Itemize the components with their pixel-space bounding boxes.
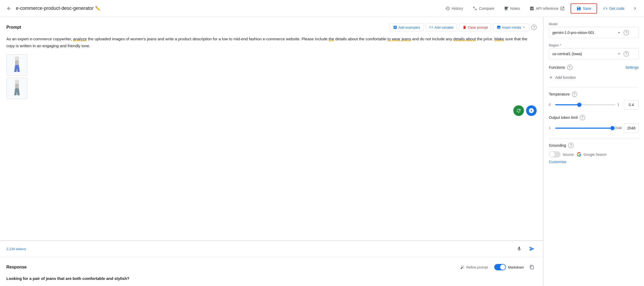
response-actions: Refine prompt ✓ Markdown (457, 262, 537, 272)
model-select[interactable]: gemini-1.0-pro-vision-001 ? (549, 27, 639, 38)
google-logo-icon (577, 152, 581, 157)
output-token-title: Output token limit (549, 115, 578, 120)
prompt-actions: Add examples Add variable Clear prompt I… (390, 23, 537, 31)
refine-prompt-button[interactable]: Refine prompt (457, 263, 491, 271)
grounding-row: Source: Google Search (549, 151, 639, 158)
model-value: gemini-1.0-pro-vision-001 (552, 31, 594, 35)
right-panel: Model gemini-1.0-pro-vision-001 ? Region… (543, 17, 644, 286)
temperature-min: 0 (549, 103, 553, 107)
edit-icon[interactable]: ✏️ (95, 6, 100, 11)
svg-point-2 (15, 80, 19, 84)
svg-rect-3 (15, 84, 19, 89)
project-name: e-commerce-product-desc-generator ✏️ (16, 6, 100, 11)
model-field-group: Model gemini-1.0-pro-vision-001 ? (549, 22, 639, 38)
grounding-section: Grounding ? Source: Google Search Custom… (549, 143, 639, 164)
add-examples-button[interactable]: Add examples (390, 23, 424, 31)
region-value: us-central1 (Iowa) (552, 52, 582, 56)
output-token-max: 2048 (615, 126, 622, 130)
markdown-toggle[interactable]: ✓ (494, 264, 506, 270)
grounding-help-icon[interactable]: ? (568, 143, 574, 148)
api-reference-button[interactable]: API reference (526, 4, 569, 13)
prompt-title: Prompt (6, 25, 21, 30)
grounding-header: Grounding ? (549, 143, 639, 148)
output-token-slider[interactable] (555, 128, 612, 129)
output-token-slider-row: 1 2048 2048 (549, 123, 639, 133)
response-title: Response (6, 265, 27, 270)
expand-button[interactable] (630, 4, 640, 13)
functions-header: Functions ? Settings (549, 65, 639, 70)
response-header: Response Refine prompt ✓ (6, 262, 537, 272)
model-help-icon[interactable]: ? (624, 30, 629, 35)
temperature-header: Temperature ? (549, 92, 639, 97)
markdown-label: Markdown (508, 265, 524, 269)
functions-section: Functions ? Settings Add function (549, 65, 639, 82)
region-help-icon[interactable]: ? (624, 51, 629, 57)
prompt-text: As an expert e-commerce copywriter, anal… (6, 36, 537, 49)
mic-button[interactable] (514, 244, 524, 254)
copy-button[interactable] (527, 262, 537, 272)
temperature-slider[interactable] (555, 104, 615, 105)
response-text: Looking for a pair of jeans that are bot… (6, 276, 537, 281)
output-token-help-icon[interactable]: ? (580, 115, 585, 120)
source-label: Source: (563, 153, 575, 157)
compare-button[interactable]: Compare (469, 4, 498, 13)
markdown-toggle-container: ✓ Markdown (494, 264, 524, 270)
temperature-title: Temperature (549, 92, 570, 96)
tokens-label: 2,134 tokens (6, 247, 26, 251)
image-thumb-1[interactable] (6, 54, 28, 76)
temperature-fill (555, 104, 579, 105)
images-container (6, 54, 537, 99)
model-label: Model (549, 22, 639, 26)
prompt-header: Prompt Add examples Add variable Clear p… (6, 23, 537, 31)
add-function-button[interactable]: Add function (549, 73, 576, 82)
settings-link[interactable]: Settings (625, 65, 639, 70)
top-nav: e-commerce-product-desc-generator ✏️ His… (0, 0, 644, 17)
response-section: Response Refine prompt ✓ (0, 257, 543, 286)
functions-help-icon[interactable]: ? (567, 65, 572, 70)
temperature-slider-row: 0 1 0.4 (549, 100, 639, 110)
left-panel: Prompt Add examples Add variable Clear p… (0, 17, 543, 286)
grounding-toggle[interactable] (549, 151, 561, 158)
svg-point-0 (15, 56, 19, 61)
prompt-section: Prompt Add examples Add variable Clear p… (0, 17, 543, 241)
back-button[interactable] (4, 4, 14, 13)
main-layout: Prompt Add examples Add variable Clear p… (0, 17, 644, 286)
get-code-button[interactable]: Get code (599, 4, 628, 13)
region-label: Region (549, 44, 639, 47)
temperature-help-icon[interactable]: ? (572, 92, 577, 97)
region-field-group: Region us-central1 (Iowa) ? (549, 44, 639, 59)
temperature-max: 1 (617, 103, 622, 107)
grounding-title: Grounding (549, 143, 566, 148)
region-select[interactable]: us-central1 (Iowa) ? (549, 48, 639, 59)
refresh-button[interactable] (513, 105, 524, 116)
input-area: 2,134 tokens (0, 241, 543, 257)
history-button[interactable]: History (442, 4, 467, 13)
add-variable-button[interactable]: Add variable (426, 23, 457, 31)
clear-prompt-button[interactable]: Clear prompt (459, 23, 491, 31)
send-button[interactable] (527, 244, 537, 254)
output-token-thumb[interactable] (610, 126, 615, 130)
prompt-help-icon[interactable]: ? (531, 25, 537, 30)
google-search-label: Google Search (584, 153, 607, 157)
gemini-button[interactable] (526, 105, 537, 116)
prompt-bottom (6, 105, 537, 116)
save-button[interactable]: Save (571, 3, 597, 14)
grounding-toggle-knob (549, 152, 555, 157)
functions-title: Functions (549, 65, 565, 70)
temperature-section: Temperature ? 0 1 0.4 (549, 92, 639, 110)
output-token-value[interactable]: 2048 (624, 123, 639, 133)
temperature-thumb[interactable] (577, 103, 581, 107)
image-thumb-2[interactable] (6, 78, 28, 99)
output-token-min: 1 (549, 126, 553, 130)
output-token-fill (555, 128, 612, 129)
output-token-header: Output token limit ? (549, 115, 639, 120)
customise-link[interactable]: Customise (549, 160, 639, 164)
insert-media-button[interactable]: Insert media (493, 23, 529, 31)
notes-button[interactable]: Notes (500, 4, 524, 13)
temperature-value[interactable]: 0.4 (624, 100, 639, 110)
output-token-section: Output token limit ? 1 2048 2048 (549, 115, 639, 133)
svg-rect-1 (15, 60, 19, 65)
